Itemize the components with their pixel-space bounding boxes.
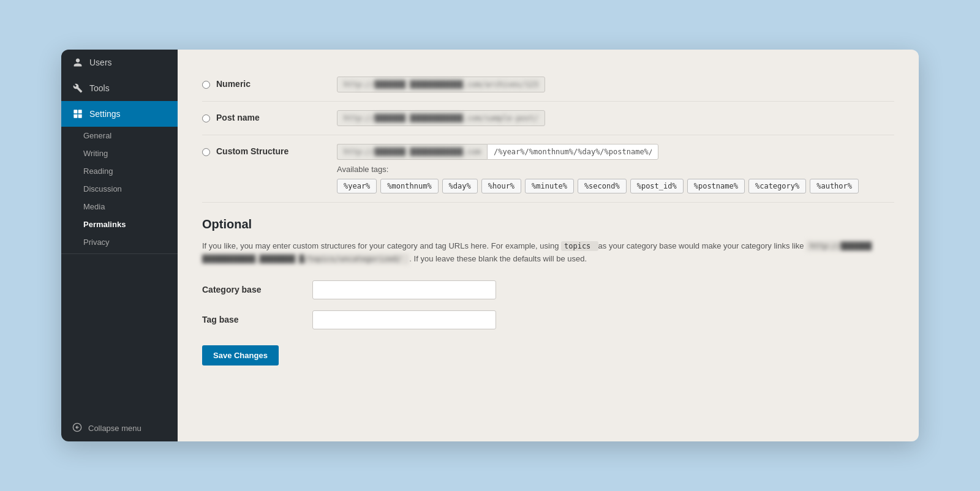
optional-desc-after: . If you leave these blank the defaults …: [409, 254, 587, 263]
sidebar-item-users-label: Users: [89, 58, 112, 67]
sidebar-item-settings[interactable]: Settings: [61, 101, 178, 127]
settings-icon: [72, 108, 83, 119]
numeric-control-col: http://███████ ████████████.com/archives…: [337, 77, 894, 92]
tag-category[interactable]: %category%: [748, 179, 806, 193]
sidebar-item-tools-label: Tools: [89, 83, 110, 93]
custom-row: Custom Structure http://███████ ████████…: [202, 135, 894, 203]
optional-desc-before: If you like, you may enter custom struct…: [202, 241, 559, 250]
tags-row: %year% %monthnum% %day% %hour% %minute% …: [337, 179, 894, 193]
numeric-row: Numeric http://███████ ████████████.com/…: [202, 68, 894, 102]
sidebar-submenu-permalinks[interactable]: Permalinks: [61, 216, 178, 233]
tag-author[interactable]: %author%: [810, 179, 859, 193]
postname-url-display: http://███████ ████████████.com/sample-p…: [337, 110, 894, 126]
tag-post-id[interactable]: %post_id%: [630, 179, 684, 193]
custom-url-base: http://███████ ████████████.com: [337, 144, 487, 160]
custom-label: Custom Structure: [216, 146, 288, 156]
optional-title: Optional: [202, 217, 894, 231]
custom-radio[interactable]: [202, 148, 210, 156]
numeric-url-base: http://███████ ████████████.com/archives…: [337, 77, 545, 92]
category-base-label: Category base: [202, 285, 312, 294]
sidebar-submenu-media[interactable]: Media: [61, 198, 178, 216]
available-tags-label: Available tags:: [337, 165, 894, 174]
users-icon: [72, 57, 83, 68]
custom-label-col: Custom Structure: [202, 144, 337, 156]
optional-desc-middle: as your category base would make your ca…: [598, 241, 804, 250]
sidebar-submenu-discussion[interactable]: Discussion: [61, 180, 178, 198]
sidebar-submenu-privacy[interactable]: Privacy: [61, 233, 178, 251]
category-base-row: Category base: [202, 280, 894, 299]
numeric-url-display: http://███████ ████████████.com/archives…: [337, 77, 894, 92]
optional-desc: If you like, you may enter custom struct…: [202, 240, 894, 266]
optional-desc-code: topics: [561, 241, 598, 251]
tag-second[interactable]: %second%: [578, 179, 627, 193]
tools-icon: [72, 83, 83, 94]
sidebar-item-settings-label: Settings: [89, 109, 121, 119]
collapse-menu-label: Collapse menu: [88, 424, 141, 433]
postname-radio[interactable]: [202, 114, 210, 122]
collapse-icon: [72, 422, 82, 434]
sidebar-item-users[interactable]: Users: [61, 50, 178, 75]
sidebar-submenu: General Writing Reading Discussion Media…: [61, 127, 178, 251]
sidebar-submenu-reading[interactable]: Reading: [61, 162, 178, 180]
tag-postname[interactable]: %postname%: [687, 179, 745, 193]
sidebar: Users Tools Settings General Writing Rea…: [61, 50, 178, 441]
tag-monthnum[interactable]: %monthnum%: [380, 179, 438, 193]
svg-rect-1: [78, 110, 82, 113]
sidebar-submenu-general[interactable]: General: [61, 127, 178, 144]
svg-rect-2: [74, 114, 77, 118]
category-base-input[interactable]: [312, 280, 496, 299]
tag-year[interactable]: %year%: [337, 179, 377, 193]
numeric-label: Numeric: [216, 79, 251, 89]
svg-rect-3: [78, 114, 82, 118]
wp-window: Users Tools Settings General Writing Rea…: [61, 50, 919, 441]
sidebar-submenu-writing[interactable]: Writing: [61, 144, 178, 162]
postname-row: Post name http://███████ ████████████.co…: [202, 102, 894, 135]
tag-minute[interactable]: %minute%: [525, 179, 574, 193]
tag-base-row: Tag base: [202, 310, 894, 329]
custom-control-col: http://███████ ████████████.com Availabl…: [337, 144, 894, 193]
custom-url-input[interactable]: [487, 144, 658, 160]
postname-label: Post name: [216, 113, 260, 122]
svg-rect-0: [74, 110, 77, 113]
numeric-label-col: Numeric: [202, 77, 337, 89]
tag-day[interactable]: %day%: [442, 179, 478, 193]
custom-url-blur: http://███████ ████████████.com: [344, 148, 481, 156]
custom-url-display: http://███████ ████████████.com: [337, 144, 894, 160]
save-changes-button[interactable]: Save Changes: [202, 345, 279, 365]
postname-url-blur: http://███████ ████████████.com/sample-p…: [344, 114, 538, 122]
postname-url-base: http://███████ ████████████.com/sample-p…: [337, 110, 545, 126]
optional-section: Optional If you like, you may enter cust…: [202, 217, 894, 365]
numeric-url-blur: http://███████ ████████████.com/archives…: [344, 80, 538, 89]
sidebar-item-tools[interactable]: Tools: [61, 75, 178, 101]
tag-hour[interactable]: %hour%: [481, 179, 521, 193]
postname-label-col: Post name: [202, 110, 337, 122]
tag-base-input[interactable]: [312, 310, 496, 329]
sidebar-divider: [61, 253, 178, 254]
numeric-radio[interactable]: [202, 81, 210, 89]
main-content: Numeric http://███████ ████████████.com/…: [178, 50, 919, 441]
collapse-menu-button[interactable]: Collapse menu: [61, 415, 178, 441]
tag-base-label: Tag base: [202, 315, 312, 324]
postname-control-col: http://███████ ████████████.com/sample-p…: [337, 110, 894, 126]
